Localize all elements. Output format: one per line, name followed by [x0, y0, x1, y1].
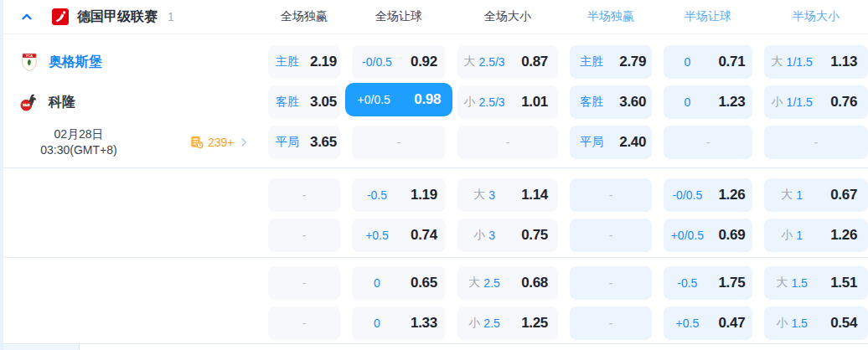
odds-value: 0.47: [711, 315, 752, 332]
odds-cell[interactable]: +0/0.50.69: [664, 219, 752, 252]
more-markets-link[interactable]: 239+: [189, 135, 250, 150]
over-under-label: 小3: [457, 228, 511, 243]
over-under-label: 大3: [457, 188, 511, 203]
odds-value: 0.75: [511, 227, 558, 244]
column-header: 半场独赢: [570, 9, 652, 24]
odds-cell[interactable]: +0.50.47: [664, 306, 752, 340]
odds-label: 主胜: [570, 54, 613, 69]
next-section-edge: [3, 344, 868, 350]
odds-value: 3.65: [307, 134, 340, 151]
odds-value: 1.25: [511, 315, 558, 332]
odds-label: 主胜: [268, 54, 307, 69]
odds-cell-empty: -: [268, 219, 340, 252]
odds-cell[interactable]: 小2.5/31.01: [457, 85, 558, 119]
odds-cell[interactable]: 小1.50.54: [764, 306, 868, 340]
collapse-button[interactable]: [17, 7, 37, 27]
odds-cell-empty: -: [570, 219, 652, 252]
odds-cell[interactable]: +0/0.50.98: [345, 83, 452, 116]
alt-odds-section-2: -00.65大2.50.68--0.51.75大1.51.51-01.33小2.…: [3, 258, 868, 343]
odds-cell[interactable]: 平局3.65: [268, 126, 340, 159]
markets-count: 239+: [208, 136, 235, 149]
odds-cell-empty: -: [352, 126, 446, 159]
odds-value: 1.01: [511, 94, 558, 111]
odds-value: 1.26: [819, 227, 868, 244]
odds-label: 0: [664, 55, 711, 69]
odds-value: 0.71: [711, 54, 752, 70]
odds-cell[interactable]: 主胜2.79: [570, 45, 652, 79]
odds-cell[interactable]: 小1/1.50.76: [764, 85, 868, 119]
away-team-row[interactable]: 1.FC 科隆: [3, 85, 268, 119]
match-datetime: 02月28日 03:30(GMT+8): [3, 126, 154, 158]
odds-cell[interactable]: 大1.51.51: [764, 266, 868, 300]
match-date: 02月28日: [3, 126, 154, 142]
odds-value: 1.33: [402, 315, 446, 332]
over-under-label: 大1/1.5: [764, 54, 819, 69]
home-team-row[interactable]: FCA 奥格斯堡: [3, 45, 268, 79]
odds-cell-empty: -: [664, 126, 752, 159]
odds-cell-empty: -: [268, 178, 340, 212]
odds-label: +0.5: [352, 229, 402, 242]
odds-value: 2.40: [613, 134, 652, 151]
odds-cell-empty: -: [570, 178, 652, 212]
odds-cell[interactable]: -0.51.75: [664, 266, 752, 300]
over-under-label: 小1.5: [764, 316, 819, 331]
alt-odds-grid-1: --0.51.19大31.14--0/0.51.26大10.67-+0.50.7…: [268, 178, 868, 252]
odds-value: 0.76: [819, 94, 868, 111]
odds-label: 0: [352, 317, 402, 330]
odds-value: 3.60: [613, 94, 652, 111]
odds-cell[interactable]: 大10.67: [764, 178, 868, 212]
odds-value: 0.98: [402, 91, 452, 108]
alt-odds-grid-2: -00.65大2.50.68--0.51.75大1.51.51-01.33小2.…: [268, 266, 868, 340]
odds-cell[interactable]: 平局2.40: [570, 126, 652, 159]
odds-cell[interactable]: 主胜2.19: [268, 45, 340, 79]
odds-cell[interactable]: +0.50.74: [352, 219, 446, 252]
odds-label: 客胜: [570, 95, 613, 110]
odds-cell[interactable]: 小2.51.25: [457, 306, 558, 340]
home-team-name: 奥格斯堡: [49, 54, 102, 71]
odds-cell[interactable]: -0/0.50.92: [352, 45, 446, 79]
odds-value: 0.54: [819, 315, 868, 332]
main-odds-grid: 主胜2.19-0/0.50.92大2.5/30.87主胜2.7900.71大1/…: [268, 45, 868, 159]
odds-cell[interactable]: 00.71: [664, 45, 752, 79]
odds-cell[interactable]: 01.33: [352, 306, 446, 340]
away-team-name: 科隆: [49, 94, 75, 111]
over-under-label: 小2.5/3: [457, 95, 511, 110]
odds-cell[interactable]: 客胜3.60: [570, 85, 652, 119]
odds-label: -0.5: [664, 276, 711, 290]
odds-value: 0.87: [511, 54, 558, 70]
odds-cell[interactable]: 01.23: [664, 85, 752, 119]
odds-value: 1.51: [819, 275, 868, 291]
odds-cell[interactable]: -0.51.19: [352, 178, 446, 212]
chevron-up-icon: [19, 9, 34, 24]
odds-label: 0: [664, 95, 711, 109]
odds-label: +0.5: [664, 317, 711, 330]
odds-cell-empty: -: [764, 126, 868, 159]
odds-cell[interactable]: 小11.26: [764, 219, 868, 252]
main-odds-section: FCA 奥格斯堡 1.FC 科隆 02月28日: [3, 34, 868, 167]
odds-cell[interactable]: 大31.14: [457, 178, 558, 212]
league-name: 德国甲级联赛: [77, 8, 158, 26]
over-under-label: 小2.5: [457, 316, 511, 331]
odds-value: 3.05: [307, 94, 340, 111]
odds-label: +0/0.5: [664, 229, 711, 242]
odds-cell[interactable]: 大2.50.68: [457, 266, 558, 300]
next-section-left-cell: [3, 344, 80, 350]
odds-cell-empty: -: [570, 266, 652, 300]
odds-cell[interactable]: 客胜3.05: [268, 85, 340, 119]
odds-cell[interactable]: 小30.75: [457, 219, 558, 252]
chevron-right-icon: [238, 136, 250, 148]
odds-label: 0: [352, 276, 402, 290]
odds-cell[interactable]: -0/0.51.26: [664, 178, 752, 212]
odds-label: -0/0.5: [664, 188, 711, 202]
odds-label: 平局: [570, 135, 613, 150]
odds-cell-empty: -: [268, 266, 340, 300]
odds-cell[interactable]: 00.65: [352, 266, 446, 300]
column-header: 半场让球: [664, 9, 752, 24]
over-under-label: 大2.5: [457, 275, 511, 291]
odds-cell[interactable]: 大1/1.51.13: [764, 45, 868, 79]
alt-odds-section-1: --0.51.19大31.14--0/0.51.26大10.67-+0.50.7…: [3, 168, 868, 257]
odds-value: 1.75: [711, 275, 752, 291]
odds-value: 1.23: [711, 94, 752, 111]
odds-cell[interactable]: 大2.5/30.87: [457, 45, 558, 79]
svg-text:FCA: FCA: [26, 54, 33, 58]
